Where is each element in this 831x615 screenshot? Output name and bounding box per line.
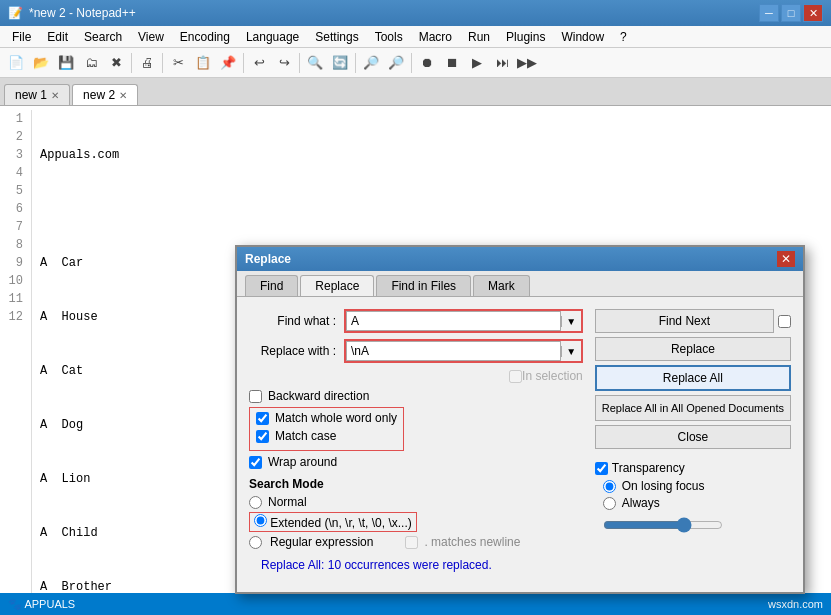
menu-macro[interactable]: Macro bbox=[411, 28, 460, 46]
wrap-around-row: Wrap around bbox=[249, 455, 583, 469]
menu-settings[interactable]: Settings bbox=[307, 28, 366, 46]
tab-new1-close[interactable]: ✕ bbox=[51, 90, 59, 101]
find-input-wrap: ▼ bbox=[344, 309, 583, 333]
tab-new2-label: new 2 bbox=[83, 88, 115, 102]
transparency-header: Transparency bbox=[595, 461, 791, 475]
menu-encoding[interactable]: Encoding bbox=[172, 28, 238, 46]
transparency-label: Transparency bbox=[612, 461, 685, 475]
paste-button[interactable]: 📌 bbox=[216, 51, 240, 75]
regex-radio[interactable] bbox=[249, 536, 262, 549]
undo-button[interactable]: ↩ bbox=[247, 51, 271, 75]
always-radio[interactable] bbox=[603, 497, 616, 510]
form-area: Find what : ▼ Replace with : ▼ bbox=[249, 309, 583, 552]
match-whole-label: Match whole word only bbox=[275, 411, 397, 425]
normal-radio-row: Normal bbox=[249, 495, 583, 509]
replace-dropdown[interactable]: ▼ bbox=[561, 346, 581, 357]
menu-language[interactable]: Language bbox=[238, 28, 307, 46]
menu-help[interactable]: ? bbox=[612, 28, 635, 46]
find-what-row: Find what : ▼ bbox=[249, 309, 583, 333]
dialog-tab-replace[interactable]: Replace bbox=[300, 275, 374, 296]
menu-window[interactable]: Window bbox=[553, 28, 612, 46]
replace-input[interactable] bbox=[346, 341, 561, 361]
find-next-button[interactable]: Find Next bbox=[595, 309, 774, 333]
dialog-title: Replace bbox=[245, 252, 291, 266]
menu-bar: File Edit Search View Encoding Language … bbox=[0, 26, 831, 48]
zoom-in-button[interactable]: 🔎 bbox=[359, 51, 383, 75]
find-next-checkbox[interactable] bbox=[778, 315, 791, 328]
redo-button[interactable]: ↪ bbox=[272, 51, 296, 75]
close-button[interactable]: ✖ bbox=[104, 51, 128, 75]
open-button[interactable]: 📂 bbox=[29, 51, 53, 75]
extended-radio[interactable] bbox=[254, 514, 267, 527]
toolbar-sep-6 bbox=[411, 53, 412, 73]
replace-all-opened-button[interactable]: Replace All in All Opened Documents bbox=[595, 395, 791, 421]
macro-save-button[interactable]: ⏭ bbox=[490, 51, 514, 75]
dialog-title-bar: Replace ✕ bbox=[237, 247, 803, 271]
line-numbers: 12345 678910 1112 bbox=[4, 110, 32, 607]
close-button[interactable]: Close bbox=[595, 425, 791, 449]
menu-view[interactable]: View bbox=[130, 28, 172, 46]
slider-row bbox=[595, 513, 791, 536]
tab-new2[interactable]: new 2 ✕ bbox=[72, 84, 138, 105]
macro-rec-button[interactable]: ⏺ bbox=[415, 51, 439, 75]
in-selection-label: In selection bbox=[522, 369, 583, 383]
find-input[interactable] bbox=[346, 311, 561, 331]
in-selection-checkbox[interactable] bbox=[509, 370, 522, 383]
form-and-buttons: Find what : ▼ Replace with : ▼ bbox=[249, 309, 791, 552]
backward-checkbox[interactable] bbox=[249, 390, 262, 403]
always-label: Always bbox=[622, 496, 660, 510]
dialog-body: Find what : ▼ Replace with : ▼ bbox=[237, 297, 803, 592]
print-button[interactable]: 🖨 bbox=[135, 51, 159, 75]
transparency-checkbox[interactable] bbox=[595, 462, 608, 475]
on-losing-focus-radio[interactable] bbox=[603, 480, 616, 493]
tab-new2-close[interactable]: ✕ bbox=[119, 90, 127, 101]
replace-dialog[interactable]: Replace ✕ Find Replace Find in Files Mar… bbox=[235, 245, 805, 594]
replace-all-button[interactable]: Replace All bbox=[595, 365, 791, 391]
menu-tools[interactable]: Tools bbox=[367, 28, 411, 46]
transparency-slider[interactable] bbox=[603, 517, 723, 533]
extended-outline: Extended (\n, \r, \t, \0, \x...) bbox=[249, 512, 417, 532]
status-bar: 🐾 APPUALS wsxdn.com bbox=[0, 593, 831, 611]
dialog-tab-mark[interactable]: Mark bbox=[473, 275, 530, 296]
on-losing-focus-row: On losing focus bbox=[595, 479, 791, 493]
close-window-button[interactable]: ✕ bbox=[803, 4, 823, 22]
find-dropdown[interactable]: ▼ bbox=[561, 316, 581, 327]
save-button[interactable]: 💾 bbox=[54, 51, 78, 75]
dialog-tab-find[interactable]: Find bbox=[245, 275, 298, 296]
find-button[interactable]: 🔍 bbox=[303, 51, 327, 75]
minimize-button[interactable]: ─ bbox=[759, 4, 779, 22]
normal-label: Normal bbox=[268, 495, 307, 509]
wrap-around-checkbox[interactable] bbox=[249, 456, 262, 469]
matches-newline-checkbox[interactable] bbox=[405, 536, 418, 549]
toolbar-sep-2 bbox=[162, 53, 163, 73]
cut-button[interactable]: ✂ bbox=[166, 51, 190, 75]
macro-run-button[interactable]: ▶▶ bbox=[515, 51, 539, 75]
dialog-close-button[interactable]: ✕ bbox=[777, 251, 795, 267]
normal-radio[interactable] bbox=[249, 496, 262, 509]
match-options-outline: Match whole word only Match case bbox=[249, 407, 404, 451]
new-button[interactable]: 📄 bbox=[4, 51, 28, 75]
match-whole-word-checkbox[interactable] bbox=[256, 412, 269, 425]
right-buttons: Find Next Replace Replace All Replace Al… bbox=[595, 309, 791, 552]
dialog-tab-find-in-files[interactable]: Find in Files bbox=[376, 275, 471, 296]
save-all-button[interactable]: 🗂 bbox=[79, 51, 103, 75]
menu-search[interactable]: Search bbox=[76, 28, 130, 46]
copy-button[interactable]: 📋 bbox=[191, 51, 215, 75]
replace-button[interactable]: Replace bbox=[595, 337, 791, 361]
backward-row: Backward direction bbox=[249, 389, 583, 403]
toolbar-sep-3 bbox=[243, 53, 244, 73]
maximize-button[interactable]: □ bbox=[781, 4, 801, 22]
tab-new1[interactable]: new 1 ✕ bbox=[4, 84, 70, 105]
replace-button[interactable]: 🔄 bbox=[328, 51, 352, 75]
appuals-logo: 🐾 APPUALS bbox=[8, 598, 75, 611]
find-label: Find what : bbox=[249, 314, 344, 328]
menu-file[interactable]: File bbox=[4, 28, 39, 46]
match-case-checkbox[interactable] bbox=[256, 430, 269, 443]
match-case-row: Match case bbox=[256, 429, 397, 443]
macro-play-button[interactable]: ▶ bbox=[465, 51, 489, 75]
macro-stop-button[interactable]: ⏹ bbox=[440, 51, 464, 75]
menu-edit[interactable]: Edit bbox=[39, 28, 76, 46]
zoom-out-button[interactable]: 🔎 bbox=[384, 51, 408, 75]
menu-run[interactable]: Run bbox=[460, 28, 498, 46]
menu-plugins[interactable]: Plugins bbox=[498, 28, 553, 46]
